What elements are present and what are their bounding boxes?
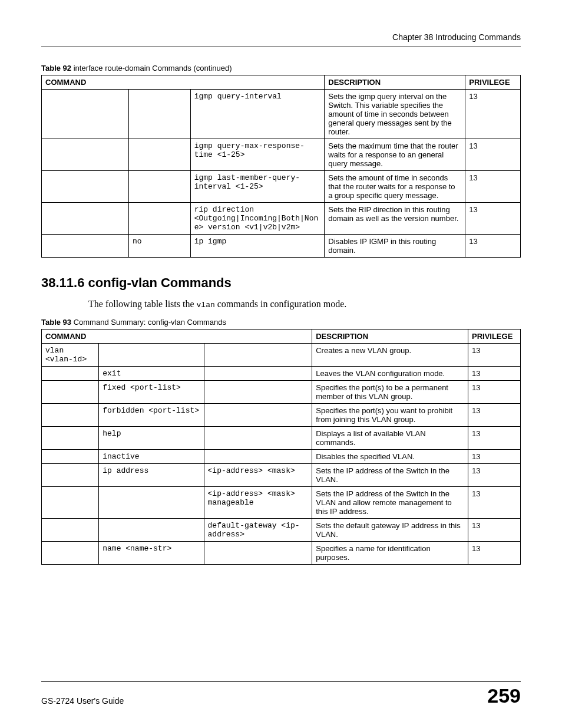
chapter-header: Chapter 38 Introducing Commands [41,32,521,47]
cell-cmd-2: exit [99,367,204,381]
cell-desc: Specifies the port(s) you want to prohib… [312,404,468,427]
cell-cmd-2 [99,344,204,367]
cell-priv: 13 [468,381,520,404]
table-92: COMMAND DESCRIPTION PRIVILEGE igmp query… [41,75,521,258]
cell-desc: Sets the RIP direction in this routing d… [325,203,465,235]
table-92-header-row: COMMAND DESCRIPTION PRIVILEGE [42,75,521,90]
cell-priv: 13 [468,450,520,464]
cell-cmd-3: rip direction <Outgoing|Incoming|Both|No… [190,203,325,235]
intro-post: commands in configuration mode. [215,299,347,309]
cell-priv: 13 [468,542,520,565]
cell-priv: 13 [465,203,521,235]
cell-desc: Sets the maximum time that the router wa… [325,139,465,171]
table-row: igmp query-interval Sets the igmp query … [42,90,521,139]
cell-priv: 13 [468,427,520,450]
cell-cmd-1 [42,381,99,404]
cell-cmd-2: forbidden <port-list> [99,404,204,427]
table-92-caption: Table 92 interface route-domain Commands… [41,64,521,73]
cell-cmd-1: vlan <vlan-id> [42,344,99,367]
cell-cmd-2 [128,139,190,171]
table-row: rip direction <Outgoing|Incoming|Both|No… [42,203,521,235]
cell-cmd-3: igmp last-member-query-interval <1-25> [190,171,325,203]
cell-cmd-3: igmp query-interval [190,90,325,139]
cell-priv: 13 [468,344,520,367]
cell-priv: 13 [468,464,520,487]
cell-cmd-3: ip igmp [190,235,325,258]
cell-desc: Specifies the port(s) to be a permanent … [312,381,468,404]
table-92-caption-text: interface route-domain Commands (continu… [71,64,232,73]
cell-desc: Sets the IP address of the Switch in the… [312,464,468,487]
cell-desc: Sets the amount of time in seconds that … [325,171,465,203]
cell-desc: Creates a new VLAN group. [312,344,468,367]
cell-cmd-2 [128,203,190,235]
table-93-header-privilege: PRIVILEGE [468,330,520,344]
cell-cmd-1 [42,171,129,203]
footer-page-number: 259 [487,686,521,706]
cell-cmd-3 [204,542,312,565]
cell-desc: Displays a list of available VLAN comman… [312,427,468,450]
table-row: no ip igmp Disables IP IGMP in this rout… [42,235,521,258]
footer-guide-name: GS-2724 User's Guide [41,696,124,706]
table-93-caption-text: Command Summary: config-vlan Commands [71,318,226,327]
cell-cmd-3: <ip-address> <mask> manageable [204,487,312,519]
cell-cmd-1 [42,464,99,487]
table-row: default-gateway <ip-address> Sets the de… [42,519,521,542]
cell-cmd-3 [204,367,312,381]
table-93-caption-bold: Table 93 [41,318,71,327]
cell-desc: Disables the specified VLAN. [312,450,468,464]
table-row: vlan <vlan-id> Creates a new VLAN group.… [42,344,521,367]
cell-cmd-2 [128,171,190,203]
cell-cmd-3 [204,344,312,367]
cell-priv: 13 [465,235,521,258]
section-intro: The following table lists the vlan comma… [88,299,521,309]
cell-cmd-3 [204,450,312,464]
cell-cmd-2: help [99,427,204,450]
cell-cmd-2 [99,519,204,542]
cell-priv: 13 [468,367,520,381]
cell-cmd-2: no [128,235,190,258]
cell-cmd-1 [42,427,99,450]
cell-cmd-3 [204,404,312,427]
cell-priv: 13 [465,171,521,203]
cell-cmd-1 [42,203,129,235]
cell-priv: 13 [465,139,521,171]
cell-cmd-1 [42,519,99,542]
table-92-header-description: DESCRIPTION [325,75,465,90]
cell-cmd-3 [204,381,312,404]
section-heading: 38.11.6 config-vlan Commands [41,275,521,291]
cell-desc: Sets the default gateway IP address in t… [312,519,468,542]
document-page: Chapter 38 Introducing Commands Table 92… [0,0,562,728]
cell-cmd-2: ip address [99,464,204,487]
cell-cmd-2: fixed <port-list> [99,381,204,404]
cell-cmd-1 [42,542,99,565]
table-row: fixed <port-list> Specifies the port(s) … [42,381,521,404]
cell-desc: Specifies a name for identification purp… [312,542,468,565]
cell-cmd-3: default-gateway <ip-address> [204,519,312,542]
intro-pre: The following table lists the [88,299,197,309]
cell-priv: 13 [465,90,521,139]
cell-cmd-1 [42,404,99,427]
cell-cmd-1 [42,367,99,381]
cell-cmd-1 [42,235,129,258]
cell-desc: Disables IP IGMP in this routing domain. [325,235,465,258]
cell-desc: Sets the IP address of the Switch in the… [312,487,468,519]
table-92-header-privilege: PRIVILEGE [465,75,521,90]
cell-cmd-2 [99,487,204,519]
cell-priv: 13 [468,487,520,519]
table-row: ip address <ip-address> <mask> Sets the … [42,464,521,487]
table-93-caption: Table 93 Command Summary: config-vlan Co… [41,318,521,327]
table-row: name <name-str> Specifies a name for ide… [42,542,521,565]
table-row: igmp query-max-response-time <1-25> Sets… [42,139,521,171]
table-93: COMMAND DESCRIPTION PRIVILEGE vlan <vlan… [41,329,521,565]
table-row: help Displays a list of available VLAN c… [42,427,521,450]
cell-priv: 13 [468,519,520,542]
table-row: <ip-address> <mask> manageable Sets the … [42,487,521,519]
cell-cmd-1 [42,90,129,139]
table-92-header-command: COMMAND [42,75,325,90]
table-92-caption-bold: Table 92 [41,64,71,73]
page-footer: GS-2724 User's Guide 259 [41,681,521,706]
cell-cmd-3 [204,427,312,450]
table-row: forbidden <port-list> Specifies the port… [42,404,521,427]
cell-cmd-2 [128,90,190,139]
table-93-header-description: DESCRIPTION [312,330,468,344]
